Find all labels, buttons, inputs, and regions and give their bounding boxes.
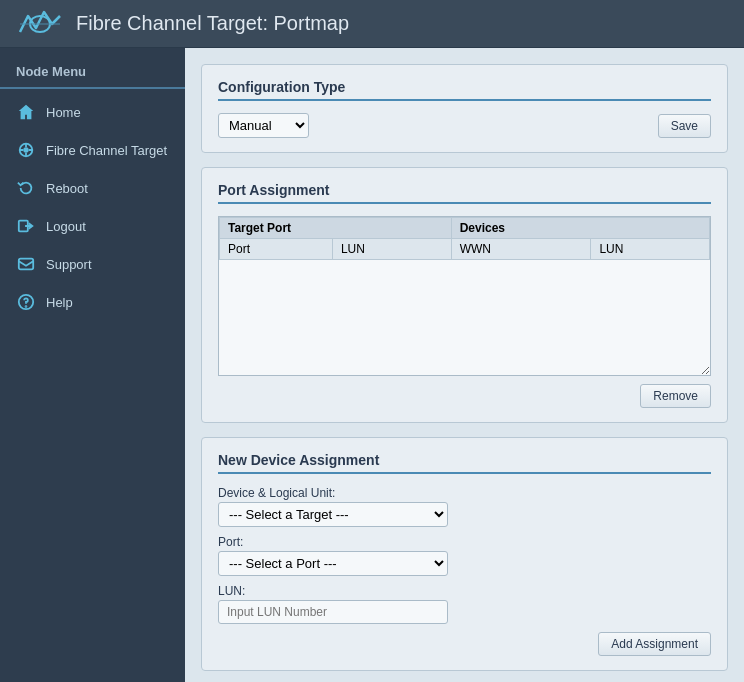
reboot-icon bbox=[16, 178, 36, 198]
svg-point-7 bbox=[26, 306, 27, 307]
svg-rect-5 bbox=[19, 259, 33, 270]
main-content: Configuration Type Manual Auto Save Port… bbox=[185, 48, 744, 682]
device-fields: Device & Logical Unit: --- Select a Targ… bbox=[218, 486, 711, 624]
page-title: Fibre Channel Target: Portmap bbox=[76, 12, 349, 35]
port-table-wrapper[interactable]: Target Port Devices Port LUN WWN LUN bbox=[218, 216, 711, 376]
sidebar-item-fibre-label: Fibre Channel Target bbox=[46, 143, 167, 158]
device-select[interactable]: --- Select a Target --- bbox=[218, 502, 448, 527]
config-row: Manual Auto Save bbox=[218, 113, 711, 138]
target-port-header: Target Port bbox=[220, 218, 452, 239]
port-field: Port: --- Select a Port --- bbox=[218, 535, 711, 576]
config-type-title: Configuration Type bbox=[218, 79, 711, 101]
sidebar-item-fibre-channel-target[interactable]: Fibre Channel Target bbox=[0, 131, 185, 169]
add-row: Add Assignment bbox=[218, 632, 711, 656]
help-icon bbox=[16, 292, 36, 312]
port-assignment-title: Port Assignment bbox=[218, 182, 711, 204]
lun-input-wrapper bbox=[218, 600, 448, 624]
config-type-select[interactable]: Manual Auto bbox=[218, 113, 309, 138]
add-assignment-button[interactable]: Add Assignment bbox=[598, 632, 711, 656]
wwn-subheader: WWN bbox=[451, 239, 591, 260]
sidebar-item-reboot[interactable]: Reboot bbox=[0, 169, 185, 207]
sidebar-item-support-label: Support bbox=[46, 257, 92, 272]
home-icon bbox=[16, 102, 36, 122]
new-device-title: New Device Assignment bbox=[218, 452, 711, 474]
fibre-channel-icon bbox=[16, 140, 36, 160]
sidebar-item-help[interactable]: Help bbox=[0, 283, 185, 321]
devices-header: Devices bbox=[451, 218, 709, 239]
sidebar-heading: Node Menu bbox=[0, 60, 185, 89]
remove-button[interactable]: Remove bbox=[640, 384, 711, 408]
sidebar: Node Menu Home Fibre Channel Target Rebo… bbox=[0, 48, 185, 682]
lun-device-subheader: LUN bbox=[591, 239, 710, 260]
device-select-wrapper: --- Select a Target --- bbox=[218, 502, 448, 527]
port-select-wrapper: --- Select a Port --- bbox=[218, 551, 448, 576]
port-select[interactable]: --- Select a Port --- bbox=[218, 551, 448, 576]
lun-label: LUN: bbox=[218, 584, 711, 598]
port-table: Target Port Devices Port LUN WWN LUN bbox=[219, 217, 710, 260]
new-device-panel: New Device Assignment Device & Logical U… bbox=[201, 437, 728, 671]
app-logo bbox=[16, 8, 64, 40]
port-assignment-panel: Port Assignment Target Port Devices Port… bbox=[201, 167, 728, 423]
sidebar-item-reboot-label: Reboot bbox=[46, 181, 88, 196]
lun-target-subheader: LUN bbox=[332, 239, 451, 260]
sidebar-item-home[interactable]: Home bbox=[0, 93, 185, 131]
config-type-panel: Configuration Type Manual Auto Save bbox=[201, 64, 728, 153]
sidebar-item-home-label: Home bbox=[46, 105, 81, 120]
sidebar-item-help-label: Help bbox=[46, 295, 73, 310]
logout-icon bbox=[16, 216, 36, 236]
sidebar-item-logout-label: Logout bbox=[46, 219, 86, 234]
app-header: Fibre Channel Target: Portmap bbox=[0, 0, 744, 48]
sidebar-item-support[interactable]: Support bbox=[0, 245, 185, 283]
port-label: Port: bbox=[218, 535, 711, 549]
svg-point-3 bbox=[24, 148, 28, 152]
remove-row: Remove bbox=[218, 384, 711, 408]
device-field: Device & Logical Unit: --- Select a Targ… bbox=[218, 486, 711, 527]
lun-input[interactable] bbox=[218, 600, 448, 624]
support-icon bbox=[16, 254, 36, 274]
main-layout: Node Menu Home Fibre Channel Target Rebo… bbox=[0, 48, 744, 682]
lun-field: LUN: bbox=[218, 584, 711, 624]
port-subheader: Port bbox=[220, 239, 333, 260]
sidebar-item-logout[interactable]: Logout bbox=[0, 207, 185, 245]
save-button[interactable]: Save bbox=[658, 114, 711, 138]
device-label: Device & Logical Unit: bbox=[218, 486, 711, 500]
